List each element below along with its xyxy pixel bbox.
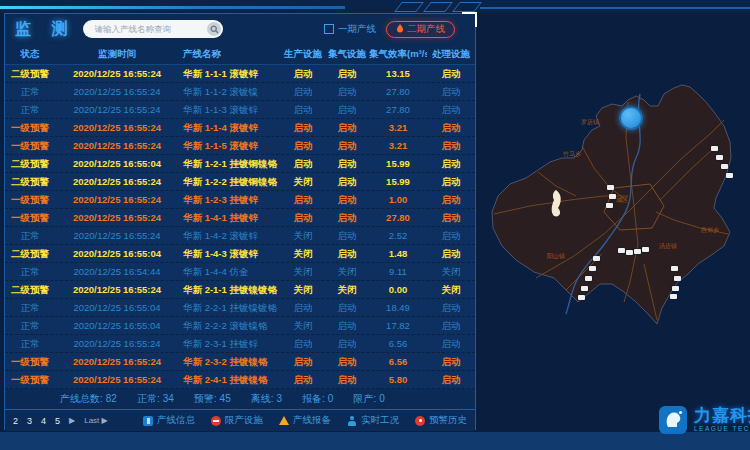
map-place-label: 西郊乡 <box>701 226 719 235</box>
table-row[interactable]: 一级预警2020/12/25 16:55:24华新 2-4-1 挂镀镍铬启动启动… <box>5 371 475 389</box>
time-cell: 2020/12/25 16:55:24 <box>55 101 179 118</box>
map-marker-blue[interactable] <box>619 106 643 130</box>
column-header[interactable]: 集气效率(m³/s) <box>369 48 427 61</box>
search-input[interactable] <box>92 23 207 35</box>
table-row[interactable]: 一级预警2020/12/25 16:55:24华新 2-3-2 挂镀镍铬启动启动… <box>5 353 475 371</box>
table-row[interactable]: 正常2020/12/25 16:55:24华新 2-3-1 挂镀锌启动启动6.5… <box>5 335 475 353</box>
map-site-marker[interactable] <box>711 146 718 151</box>
table-row[interactable]: 二级预警2020/12/25 16:55:04华新 1-4-3 滚镀锌关闭启动1… <box>5 245 475 263</box>
map-site-marker[interactable] <box>674 276 681 281</box>
map-site-marker[interactable] <box>626 250 633 255</box>
eff-cell: 15.99 <box>369 155 427 172</box>
summary-value: 3 <box>277 393 283 404</box>
table-row[interactable]: 正常2020/12/25 16:55:04华新 2-2-2 滚镀镍铬关闭启动17… <box>5 317 475 335</box>
gas-cell: 启动 <box>325 65 369 82</box>
status-cell: 正常 <box>5 263 55 280</box>
column-header[interactable]: 产线名称 <box>179 48 281 61</box>
eff-cell: 15.99 <box>369 173 427 190</box>
worker-icon <box>347 416 357 426</box>
checkbox-icon <box>324 24 334 34</box>
table-row[interactable]: 二级预警2020/12/25 16:55:24华新 1-1-1 滚镀锌启动启动1… <box>5 65 475 83</box>
map-site-marker[interactable] <box>606 203 613 208</box>
page-button[interactable]: 4 <box>41 416 46 426</box>
map-site-marker[interactable] <box>716 155 723 160</box>
map-site-marker[interactable] <box>585 276 592 281</box>
prod-cell: 启动 <box>281 191 325 208</box>
legend-button[interactable]: 预警历史 <box>415 414 467 427</box>
treat-cell: 启动 <box>427 83 475 100</box>
map-site-marker[interactable] <box>642 247 649 252</box>
map-site-marker[interactable] <box>589 266 596 271</box>
prod-cell: 关闭 <box>281 317 325 334</box>
phase1-checkbox[interactable]: 一期产线 <box>324 23 376 36</box>
prod-cell: 启动 <box>281 335 325 352</box>
page-button[interactable]: 3 <box>27 416 32 426</box>
logo-icon <box>658 405 688 435</box>
time-cell: 2020/12/25 16:55:04 <box>55 245 179 262</box>
prod-cell: 启动 <box>281 101 325 118</box>
column-header[interactable]: 生产设施 <box>281 48 325 61</box>
summary-value: 34 <box>163 393 174 404</box>
time-cell: 2020/12/25 16:55:04 <box>55 155 179 172</box>
map-site-marker[interactable] <box>721 164 728 169</box>
column-header[interactable]: 监测时间 <box>55 48 179 61</box>
summary-label: 报备: <box>302 393 325 404</box>
map-site-marker[interactable] <box>726 173 733 178</box>
table-row[interactable]: 正常2020/12/25 16:55:24华新 1-4-2 滚镀锌关闭启动2.5… <box>5 227 475 245</box>
table-row[interactable]: 二级预警2020/12/25 16:55:04华新 1-2-1 挂镀铜镍铬（龙门… <box>5 155 475 173</box>
column-header[interactable]: 处理设施 <box>427 48 475 61</box>
table-row[interactable]: 二级预警2020/12/25 16:55:24华新 1-2-2 挂镀铜镍铬（环形… <box>5 173 475 191</box>
search-box[interactable] <box>83 20 223 38</box>
eff-cell: 2.52 <box>369 227 427 244</box>
table-row[interactable]: 正常2020/12/25 16:55:24华新 1-1-3 滚镀锌启动启动27.… <box>5 101 475 119</box>
column-header[interactable]: 集气设施 <box>325 48 369 61</box>
table-row[interactable]: 正常2020/12/25 16:55:24华新 1-1-2 滚镀镍启动启动27.… <box>5 83 475 101</box>
prod-cell: 启动 <box>281 299 325 316</box>
legend-label: 限产设施 <box>225 414 263 427</box>
status-cell: 正常 <box>5 299 55 316</box>
prod-cell: 启动 <box>281 371 325 388</box>
map-site-marker[interactable] <box>670 294 677 299</box>
eff-cell: 13.15 <box>369 65 427 82</box>
search-icon[interactable] <box>207 22 221 36</box>
prod-cell: 关闭 <box>281 245 325 262</box>
legend-button[interactable]: 实时工况 <box>347 414 399 427</box>
bottom-strip <box>0 432 750 450</box>
table-row[interactable]: 二级预警2020/12/25 16:55:24华新 2-1-1 挂镀镍镀铬关闭关… <box>5 281 475 299</box>
table-row[interactable]: 一级预警2020/12/25 16:55:24华新 1-4-1 挂镀锌启动启动2… <box>5 209 475 227</box>
page-button[interactable]: 2 <box>13 416 18 426</box>
treat-cell: 启动 <box>427 65 475 82</box>
table-row[interactable]: 一级预警2020/12/25 16:55:24华新 1-2-3 挂镀锌启动启动1… <box>5 191 475 209</box>
map-site-marker[interactable] <box>607 185 614 190</box>
line-info-button[interactable]: 产线信息 <box>143 414 195 427</box>
map-site-marker[interactable] <box>618 248 625 253</box>
phase2-button[interactable]: 二期产线 <box>386 21 455 38</box>
time-cell: 2020/12/25 16:55:24 <box>55 65 179 82</box>
map-site-marker[interactable] <box>581 286 588 291</box>
last-page-button[interactable]: Last ▶ <box>84 416 108 425</box>
map-site-marker[interactable] <box>609 194 616 199</box>
map-site-marker[interactable] <box>578 295 585 300</box>
table-row[interactable]: 一级预警2020/12/25 16:55:24华新 1-1-5 滚镀锌启动启动3… <box>5 137 475 155</box>
legend-button[interactable]: 限产设施 <box>211 414 263 427</box>
table-row[interactable]: 正常2020/12/25 16:54:44华新 1-4-4 仿金关闭关闭9.11… <box>5 263 475 281</box>
page-button[interactable]: 5 <box>55 416 60 426</box>
line-cell: 华新 1-2-3 挂镀锌 <box>179 191 281 208</box>
map-place-label: 汤店镇 <box>659 242 677 251</box>
gas-cell: 启动 <box>325 371 369 388</box>
gas-cell: 启动 <box>325 209 369 226</box>
gas-cell: 启动 <box>325 317 369 334</box>
table-row[interactable]: 一级预警2020/12/25 16:55:24华新 1-1-4 滚镀锌启动启动3… <box>5 119 475 137</box>
line-cell: 华新 2-2-1 挂镀镍镀铬 <box>179 299 281 316</box>
map-site-marker[interactable] <box>671 266 678 271</box>
next-page-button[interactable]: ▶ <box>69 416 75 425</box>
brand-logo: 力嘉科技 LEAGUE TECH <box>658 405 750 435</box>
map-site-marker[interactable] <box>593 256 600 261</box>
column-header[interactable]: 状态 <box>5 48 55 61</box>
treat-cell: 启动 <box>427 245 475 262</box>
map-site-marker[interactable] <box>672 286 679 291</box>
gas-cell: 启动 <box>325 119 369 136</box>
map-site-marker[interactable] <box>634 249 641 254</box>
table-row[interactable]: 正常2020/12/25 16:55:04华新 2-2-1 挂镀镍镀铬启动启动1… <box>5 299 475 317</box>
legend-button[interactable]: 产线报备 <box>279 414 331 427</box>
